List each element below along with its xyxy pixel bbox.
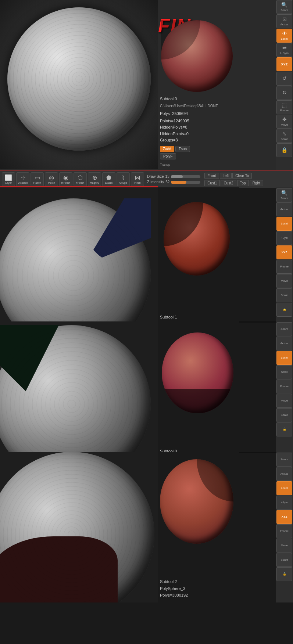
scale-btn-top[interactable]: ⤡ Scale	[276, 129, 292, 143]
hpolish-icon: ⬡	[78, 174, 83, 181]
sidebar-right-2: 🔍 Zoom Actual Local +Sym XYZ Frame Move …	[276, 187, 293, 338]
draw-size-value: 13	[165, 175, 169, 179]
local-btn-3[interactable]: Local	[276, 351, 292, 365]
main-canvas-top[interactable]	[0, 0, 158, 169]
lsym-btn-top[interactable]: ⇌ L.Sym	[276, 43, 292, 57]
top-btn[interactable]: Top	[237, 180, 249, 186]
lock-btn-3[interactable]: 🔒	[276, 422, 292, 436]
zoom-btn-3[interactable]: Zoom	[276, 322, 292, 336]
transp-label: Transp	[160, 162, 239, 167]
polyf-button[interactable]: PolyF	[160, 153, 176, 159]
z-intensity-slider[interactable]	[171, 181, 200, 184]
actual-label: Actual	[280, 23, 288, 26]
sphere-pattern-4	[0, 452, 154, 602]
xyz-btn-4[interactable]: XYZ	[276, 510, 292, 524]
layer-label: Layer	[5, 181, 12, 184]
move-lbl-3: Move	[281, 399, 288, 403]
rotate2-btn-top[interactable]: ↻	[276, 86, 292, 100]
front-btn[interactable]: Front	[204, 173, 219, 179]
mpolish-tool[interactable]: ◉ mPolish	[59, 172, 72, 186]
cust2-btn[interactable]: Cust2	[221, 180, 236, 186]
sym-btn-4[interactable]: +Sym	[276, 496, 292, 510]
actual-btn-3[interactable]: Actual	[276, 337, 292, 350]
move-btn-2[interactable]: Move	[276, 274, 292, 288]
local-lbl-4: Local	[281, 486, 288, 490]
elastic-label: Elastic	[105, 181, 113, 184]
sym-lbl-2: +Sym	[281, 237, 287, 240]
flatten-tool[interactable]: ▭ Flatten	[31, 172, 44, 186]
frame-btn-4[interactable]: Frame	[276, 524, 292, 538]
zadd-button[interactable]: Zadd	[160, 146, 174, 152]
zoom-btn-4[interactable]: Zoom	[276, 453, 292, 467]
elastic-tool[interactable]: ⬟ Elastic	[102, 172, 115, 186]
sliders-area: Draw Size 13 Z Intensity 52	[147, 175, 200, 184]
zoom-icon: 🔍	[281, 2, 287, 8]
move-btn-top[interactable]: ✥ Move	[276, 115, 292, 129]
layer-tool[interactable]: ⬜ Layer	[2, 172, 15, 186]
pinch-tool[interactable]: ⋈ Pinch	[131, 172, 144, 186]
move-btn-4[interactable]: Move	[276, 539, 292, 553]
scroll-btn-3[interactable]: Scroll	[276, 365, 292, 379]
draw-size-row: Draw Size 13	[147, 175, 200, 179]
local-btn-4[interactable]: Local	[276, 481, 292, 495]
zsub-button[interactable]: Zsub	[175, 146, 190, 152]
frame-btn-3[interactable]: Frame	[276, 379, 292, 393]
preview-sphere-4	[160, 459, 233, 544]
displace-tool[interactable]: ⊹ Displace	[16, 172, 29, 186]
view-buttons-area: Front Left Clear To Cust1 Cust2 Top Rght	[204, 173, 263, 186]
layer-icon: ⬜	[5, 174, 12, 181]
subtool-label-top: Subtool 0	[160, 96, 239, 102]
rght-btn[interactable]: Rght	[250, 180, 263, 186]
zoom-btn-2[interactable]: 🔍 Zoom	[276, 188, 292, 202]
xyz-btn-2[interactable]: XYZ	[276, 245, 292, 259]
clear-to-btn[interactable]: Clear To	[232, 173, 252, 179]
z-intensity-label: Z Intensity	[147, 180, 164, 184]
scale-lbl-4: Scale	[281, 558, 288, 562]
viewport-section-4: Subtool 2 PolySphere_3 Polys=3080192 Zoo…	[0, 452, 293, 602]
draw-size-slider[interactable]	[171, 175, 200, 178]
scale-label: Scale	[281, 137, 288, 141]
preview-sphere-2	[164, 202, 230, 276]
sidebar-right-3: Zoom Actual Local Scroll Frame Move Scal…	[276, 321, 293, 472]
cust1-btn[interactable]: Cust1	[204, 180, 220, 186]
xyz-btn-top[interactable]: XYZ	[276, 57, 292, 71]
xyz-lbl-4: XYZ	[282, 515, 287, 519]
sphere-top	[7, 7, 151, 151]
zoom-btn-top[interactable]: 🔍 Zoom	[276, 0, 292, 14]
hidden-polys-top: HiddenPolys=0	[160, 124, 239, 131]
magnify-tool[interactable]: ⊕ Magnify	[88, 172, 101, 186]
preview-dark-2	[164, 202, 203, 246]
section-info-4: Subtool 2 PolySphere_3 Polys=3080192	[158, 578, 190, 599]
toolbar: ⬜ Layer ⊹ Displace ▭ Flatten ◎ Polish ◉ …	[0, 170, 293, 188]
sym-btn-2[interactable]: +Sym	[276, 231, 292, 245]
actual-btn-top[interactable]: ⊡ Actual	[276, 14, 292, 28]
scale-btn-2[interactable]: Scale	[276, 288, 292, 302]
rotate1-btn-top[interactable]: ↺	[276, 72, 292, 86]
actual-lbl-3: Actual	[280, 342, 288, 345]
gouge-tool[interactable]: ⌇ Gouge	[117, 172, 130, 186]
lock-btn-4[interactable]: 🔒	[276, 567, 292, 581]
move-btn-3[interactable]: Move	[276, 394, 292, 408]
lock-btn-2[interactable]: 🔒	[276, 303, 292, 317]
lock-btn-top[interactable]: 🔒	[276, 143, 292, 157]
left-btn[interactable]: Left	[220, 173, 232, 179]
view-row-2: Cust1 Cust2 Top Rght	[204, 180, 263, 186]
hpolish-tool[interactable]: ⬡ hPolish	[74, 172, 87, 186]
frame-btn-2[interactable]: Frame	[276, 260, 292, 274]
frame-btn-top[interactable]: ⬚ Frame	[276, 100, 292, 114]
actual-btn-4[interactable]: Actual	[276, 467, 292, 481]
frame-icon: ⬚	[282, 102, 287, 108]
canvas-area-3[interactable]	[0, 321, 158, 472]
local-btn-top[interactable]: 👁 Local	[276, 29, 292, 43]
canvas-area-4[interactable]	[0, 452, 158, 602]
zoom-icon-2: 🔍	[281, 190, 287, 196]
scale-btn-3[interactable]: Scale	[276, 408, 292, 422]
local-btn-2[interactable]: Local	[276, 217, 292, 231]
polish-tool[interactable]: ◎ Polish	[45, 172, 58, 186]
canvas-area-2[interactable]	[0, 187, 158, 338]
actual-btn-2[interactable]: Actual	[276, 202, 292, 216]
scale-btn-4[interactable]: Scale	[276, 553, 292, 567]
sphere-pattern-3	[0, 325, 151, 472]
flatten-label: Flatten	[33, 181, 41, 184]
actual-lbl-4: Actual	[280, 472, 288, 476]
